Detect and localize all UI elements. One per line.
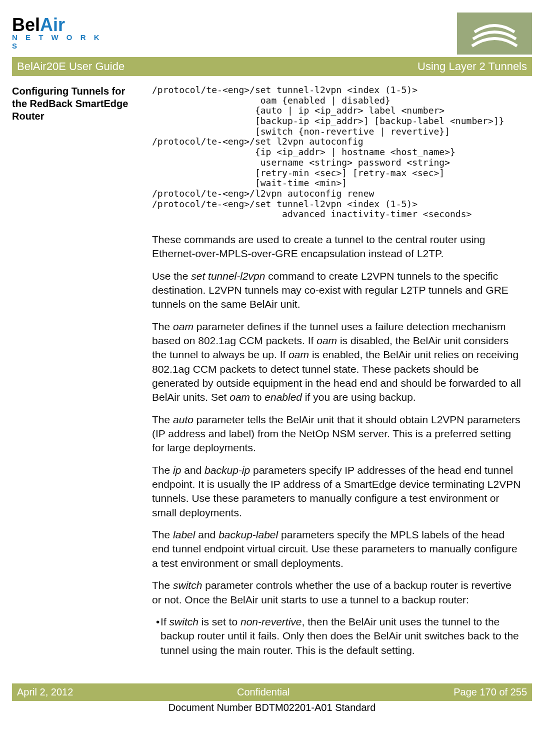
doc-number: Document Number BDTM02201-A01 Standard: [12, 701, 532, 717]
brand-name: BelAir: [12, 17, 107, 33]
para-ip: The ip and backup-ip parameters specify …: [152, 463, 522, 520]
bullet-icon: •: [156, 615, 160, 657]
footer-date: April 2, 2012: [17, 686, 73, 698]
para-auto: The auto parameter tells the BelAir unit…: [152, 413, 522, 455]
footer-page: Page 170 of 255: [454, 686, 527, 698]
para-intro: These commands are used to create a tunn…: [152, 233, 522, 261]
para-set-tunnel: Use the set tunnel-l2vpn command to crea…: [152, 269, 522, 312]
para-label: The label and backup-label parameters sp…: [152, 528, 522, 570]
footer-bar: April 2, 2012 Confidential Page 170 of 2…: [12, 683, 532, 701]
guide-title: BelAir20E User Guide: [17, 60, 124, 73]
bullet-nonrevertive: • If switch is set to non-revertive, the…: [156, 615, 522, 657]
header-row: BelAir N E T W O R K S: [12, 10, 532, 57]
side-heading: Configuring Tunnels for the RedBack Smar…: [12, 85, 137, 664]
main-content: /protocol/te-<eng>/set tunnel-l2vpn <ind…: [152, 85, 522, 664]
title-bar: BelAir20E User Guide Using Layer 2 Tunne…: [12, 57, 532, 76]
wave-icon: [457, 13, 532, 55]
para-switch: The switch parameter controls whether th…: [152, 578, 522, 607]
para-oam: The oam parameter defines if the tunnel …: [152, 320, 522, 405]
code-block: /protocol/te-<eng>/set tunnel-l2vpn <ind…: [152, 85, 522, 220]
brand-sub: N E T W O R K S: [12, 33, 107, 50]
brand-logo: BelAir N E T W O R K S: [12, 17, 107, 50]
footer-confidential: Confidential: [237, 686, 290, 698]
section-title: Using Layer 2 Tunnels: [418, 60, 527, 73]
